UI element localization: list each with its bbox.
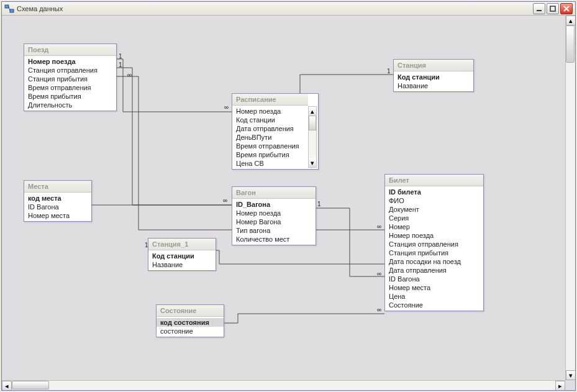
table-title: Места (24, 181, 91, 193)
window-controls (533, 3, 573, 14)
field[interactable]: Номер поезда (24, 57, 116, 66)
field[interactable]: Серия (385, 214, 483, 222)
field[interactable]: Название (148, 260, 216, 269)
scroll-thumb[interactable] (309, 116, 316, 130)
field[interactable]: Номер (385, 222, 483, 231)
table-title: Поезд (24, 44, 116, 56)
field[interactable]: Номер места (385, 283, 483, 292)
card-many: ∞ (377, 223, 381, 230)
svg-rect-0 (5, 5, 9, 8)
field[interactable]: Станция прибытия (385, 248, 483, 257)
field[interactable]: код состояния (157, 318, 224, 327)
card-many: ∞ (223, 197, 227, 204)
scroll-thumb[interactable] (566, 25, 575, 63)
field[interactable]: Время отправления (232, 142, 308, 150)
field[interactable]: Номер поезда (232, 107, 308, 116)
field[interactable]: Дата посадки на поезд (385, 257, 483, 266)
table-state[interactable]: Состояние код состояния состояние (156, 304, 224, 337)
table-wagon[interactable]: Вагон ID_Вагона Номер поезда Номер Вагон… (232, 186, 316, 245)
table-title: Вагон (232, 187, 316, 199)
card-many: ∞ (127, 71, 132, 78)
scroll-up-button[interactable]: ▴ (566, 16, 575, 25)
field[interactable]: Станция прибытия (24, 75, 116, 83)
field[interactable]: Станция отправления (385, 240, 483, 248)
card-one: 1 (387, 68, 391, 75)
diagram-canvas[interactable]: 1 1 ∞ ∞ ∞ 1 ∞ ∞ 1 ∞ ∞ 1 ∞ 1 ∞ Поезд Номе… (2, 16, 575, 390)
field[interactable]: Номер поезда (385, 231, 483, 240)
list-scrollbar[interactable]: ▴ ▾ (308, 106, 317, 168)
scroll-up-icon[interactable]: ▴ (309, 107, 316, 116)
window-title: Схема данных (17, 5, 533, 12)
card-many: ∞ (224, 104, 229, 111)
table-title: Станция_1 (148, 239, 216, 250)
field[interactable]: Цена СВ (232, 159, 308, 168)
table-station[interactable]: Станция Код станции Название (393, 59, 474, 92)
scroll-left-button[interactable]: ◂ (2, 381, 12, 390)
field[interactable]: ID_Вагона (232, 200, 316, 209)
scroll-right-button[interactable]: ▸ (555, 381, 565, 390)
card-one: 1 (317, 201, 321, 207)
field[interactable]: состояние (157, 327, 224, 335)
minimize-button[interactable] (533, 3, 545, 14)
field[interactable]: Время прибытия (232, 150, 308, 159)
field[interactable]: код места (24, 194, 91, 203)
scroll-corner (565, 380, 575, 390)
card-one: 1 (119, 53, 122, 60)
field[interactable]: Время прибытия (24, 92, 116, 101)
relationships-window: Схема данных (1, 1, 576, 391)
table-fields: Номер поезда Станция отправления Станция… (24, 56, 116, 111)
field[interactable]: Документ (385, 205, 483, 214)
field[interactable]: ID Вагона (24, 203, 91, 211)
vertical-scrollbar[interactable]: ▴ ▾ (565, 16, 575, 380)
field[interactable]: Код станции (232, 116, 308, 124)
card-many: ∞ (377, 270, 381, 277)
field[interactable]: Дата отправления (385, 266, 483, 275)
canvas-wrap: 1 1 ∞ ∞ ∞ 1 ∞ ∞ 1 ∞ ∞ 1 ∞ 1 ∞ Поезд Номе… (2, 16, 575, 390)
table-title: Расписание (232, 94, 308, 106)
table-schedule[interactable]: Расписание Номер поезда Код станции Дата… (232, 93, 319, 170)
field[interactable]: ID билета (385, 188, 483, 196)
svg-rect-4 (550, 6, 555, 11)
field[interactable]: Номер поезда (232, 209, 316, 217)
field[interactable]: Номер Вагона (232, 217, 316, 226)
app-icon (4, 4, 14, 14)
field[interactable]: Тип вагона (232, 226, 316, 235)
field[interactable]: Состояние (385, 301, 483, 309)
field[interactable]: Номер места (24, 211, 91, 220)
field[interactable]: ID Вагона (385, 275, 483, 283)
table-title: Состояние (157, 305, 224, 317)
field[interactable]: ДеньВПути (232, 133, 308, 142)
scroll-thumb[interactable] (12, 381, 49, 390)
table-ticket[interactable]: Билет ID билета ФИО Документ Серия Номер… (384, 174, 484, 311)
scroll-down-icon[interactable]: ▾ (309, 158, 316, 167)
field[interactable]: ФИО (385, 196, 483, 205)
maximize-button[interactable] (547, 3, 559, 14)
field[interactable]: Дата отправления (232, 124, 308, 133)
scroll-down-button[interactable]: ▾ (566, 370, 575, 380)
field[interactable]: Длительность (24, 101, 116, 109)
table-seats[interactable]: Места код места ID Вагона Номер места (24, 180, 92, 222)
field[interactable]: Станция отправления (24, 66, 116, 75)
table-station1[interactable]: Станция_1 Код станции Название (148, 238, 216, 271)
close-button[interactable] (560, 3, 573, 14)
field[interactable]: Цена (385, 292, 483, 301)
titlebar[interactable]: Схема данных (2, 2, 575, 16)
table-train[interactable]: Поезд Номер поезда Станция отправления С… (24, 43, 117, 111)
card-one: 1 (119, 62, 122, 68)
field[interactable]: Код станции (394, 73, 473, 81)
horizontal-scrollbar[interactable]: ◂ ▸ (2, 380, 565, 390)
card-many: ∞ (377, 306, 381, 313)
field[interactable]: Время отправления (24, 83, 116, 92)
svg-rect-1 (10, 9, 14, 12)
field[interactable]: Название (394, 81, 473, 90)
table-title: Билет (385, 175, 483, 186)
table-title: Станция (394, 60, 473, 71)
svg-line-2 (9, 7, 10, 11)
field[interactable]: Код станции (148, 252, 216, 260)
field[interactable]: Количество мест (232, 235, 316, 244)
